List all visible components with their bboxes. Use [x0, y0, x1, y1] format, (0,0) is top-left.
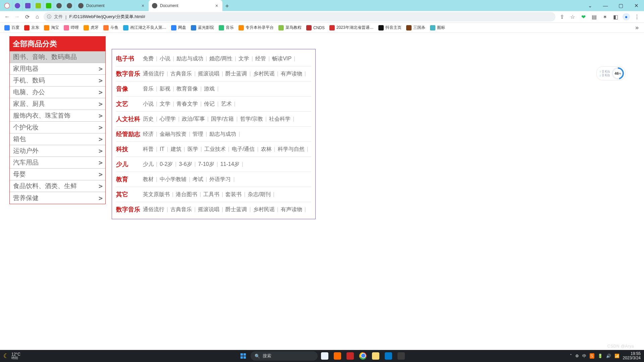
- flyout-link[interactable]: 电子/通信: [232, 146, 255, 153]
- flyout-link[interactable]: 小说: [160, 55, 170, 62]
- flyout-link[interactable]: 艺术: [221, 101, 232, 108]
- flyout-link[interactable]: 国学/古籍: [211, 116, 234, 123]
- bookmark-item[interactable]: 哔哩: [62, 24, 80, 32]
- category-item[interactable]: 图书、音响、数码商品: [10, 51, 105, 63]
- category-item[interactable]: 手机、数码>: [10, 75, 105, 86]
- bookmarks-overflow-icon[interactable]: »: [635, 24, 641, 31]
- flyout-link[interactable]: 少儿: [143, 161, 154, 168]
- flyout-link[interactable]: 历史: [143, 116, 154, 123]
- pinned-tab-7[interactable]: [64, 0, 75, 11]
- menu-icon[interactable]: ⋮: [633, 13, 641, 20]
- category-item[interactable]: 食品饮料、酒类、生鲜>: [10, 180, 105, 192]
- bookmark-item[interactable]: 音乐: [217, 24, 235, 32]
- flyout-link[interactable]: 建筑: [171, 146, 181, 153]
- flyout-link[interactable]: 游戏: [204, 85, 215, 93]
- flyout-link[interactable]: 有声读物: [281, 206, 302, 213]
- bookmark-item[interactable]: 画江湖之不良人第…: [121, 24, 168, 32]
- flyout-link[interactable]: 管理: [193, 131, 203, 138]
- flyout-link[interactable]: 工具书: [203, 191, 219, 198]
- flyout-link[interactable]: 金融与投资: [160, 131, 186, 138]
- category-item[interactable]: 汽车用品>: [10, 157, 105, 169]
- start-button[interactable]: [237, 350, 249, 362]
- category-item[interactable]: 箱包>: [10, 133, 105, 145]
- flyout-link[interactable]: 中小学教辅: [160, 176, 186, 183]
- app-sogou[interactable]: [332, 350, 343, 362]
- bookmark-item[interactable]: 菜鸟教程: [277, 24, 303, 32]
- flyout-link[interactable]: 杂志/期刊: [248, 191, 271, 198]
- minimize-button[interactable]: ―: [598, 0, 613, 11]
- flyout-link[interactable]: 通俗流行: [143, 70, 164, 77]
- flyout-row-title[interactable]: 电子书: [116, 55, 143, 63]
- flyout-link[interactable]: 传记: [204, 101, 215, 108]
- flyout-link[interactable]: 政治/军事: [182, 116, 205, 123]
- close-window-button[interactable]: ✕: [629, 0, 644, 11]
- flyout-row-title[interactable]: 其它: [116, 190, 143, 198]
- volume-icon[interactable]: 🔊: [606, 354, 611, 358]
- bookmark-item[interactable]: 三国杀: [405, 24, 427, 32]
- taskview-button[interactable]: [319, 350, 330, 362]
- flyout-link[interactable]: 教育音像: [176, 85, 198, 93]
- flyout-link[interactable]: 7-10岁: [198, 161, 214, 168]
- flyout-row-title[interactable]: 经管励志: [116, 130, 143, 138]
- flyout-link[interactable]: 经济: [143, 131, 154, 138]
- bookmark-item[interactable]: CNDS: [305, 24, 326, 32]
- flyout-link[interactable]: 青春文学: [176, 101, 198, 108]
- category-item[interactable]: 家用电器>: [10, 63, 105, 75]
- close-icon[interactable]: ×: [141, 3, 145, 8]
- flyout-link[interactable]: 摇滚说唱: [198, 70, 219, 77]
- flyout-row-title[interactable]: 人文社科: [116, 115, 143, 123]
- flyout-link[interactable]: 爵士蓝调: [225, 206, 247, 213]
- tab-document-2[interactable]: Document ×: [149, 0, 222, 11]
- flyout-link[interactable]: 通俗流行: [143, 206, 164, 213]
- category-item[interactable]: 个护化妆>: [10, 122, 105, 133]
- taskbar-search[interactable]: 🔍搜索: [251, 351, 318, 361]
- bookmark-item[interactable]: 图标: [428, 24, 447, 32]
- extension-icon[interactable]: ▤: [590, 13, 598, 20]
- app-vscode[interactable]: [383, 350, 394, 362]
- flyout-link[interactable]: 套装书: [225, 191, 241, 198]
- flyout-link[interactable]: 乡村民谣: [253, 206, 275, 213]
- flyout-link[interactable]: 科学与自然: [278, 146, 305, 153]
- pinned-tab-6[interactable]: [54, 0, 64, 11]
- flyout-link[interactable]: 摇滚说唱: [198, 206, 219, 213]
- flyout-link[interactable]: 古典音乐: [170, 206, 192, 213]
- wifi-icon[interactable]: 📶: [614, 354, 620, 358]
- flyout-link[interactable]: 考试: [193, 176, 203, 183]
- bookmark-item[interactable]: 专升本补录平台: [237, 24, 275, 32]
- app-snipaste[interactable]: [344, 350, 356, 362]
- flyout-link[interactable]: 哲学/宗教: [240, 116, 263, 123]
- flyout-link[interactable]: 3-6岁: [179, 161, 192, 168]
- flyout-link[interactable]: 励志与成功: [176, 55, 203, 62]
- bookmark-item[interactable]: 抖音主页: [377, 24, 403, 32]
- flyout-link[interactable]: 英文原版书: [143, 191, 170, 198]
- flyout-link[interactable]: 社会科学: [269, 116, 290, 123]
- flyout-link[interactable]: 教材: [143, 176, 154, 183]
- home-button[interactable]: ⌂: [34, 13, 41, 20]
- flyout-link[interactable]: 有声读物: [281, 70, 302, 77]
- puzzle-icon[interactable]: ✶: [601, 13, 608, 20]
- tray-overflow-icon[interactable]: ˄: [570, 354, 572, 358]
- bookmark-item[interactable]: 网盘: [169, 24, 188, 32]
- tab-search-button[interactable]: ⌄: [582, 0, 598, 11]
- bookmark-item[interactable]: 虎牙: [82, 24, 100, 32]
- bookmark-item[interactable]: 京东: [22, 24, 41, 32]
- flyout-link[interactable]: 文学: [238, 55, 249, 62]
- category-item[interactable]: 家居、厨具>: [10, 98, 105, 110]
- flyout-row-title[interactable]: 音像: [116, 85, 143, 93]
- flyout-row-title[interactable]: 科技: [116, 145, 143, 153]
- category-item[interactable]: 电脑、办公>: [10, 86, 105, 98]
- flyout-link[interactable]: 影视: [160, 85, 170, 93]
- flyout-link[interactable]: 心理学: [160, 116, 176, 123]
- flyout-link[interactable]: 港台图书: [176, 191, 197, 198]
- tab-document-1[interactable]: Document ×: [75, 0, 149, 11]
- category-item[interactable]: 运动户外>: [10, 145, 105, 157]
- pinned-tab-4[interactable]: [33, 0, 44, 11]
- app-chrome[interactable]: [357, 350, 369, 362]
- flyout-link[interactable]: 医学: [187, 146, 198, 153]
- flyout-link[interactable]: 畅读VIP: [272, 55, 291, 62]
- flyout-link[interactable]: IT: [160, 146, 164, 152]
- ime-indicator[interactable]: 中: [582, 353, 586, 359]
- bookmark-item[interactable]: 斗鱼: [102, 24, 120, 32]
- reload-button[interactable]: ⟳: [23, 13, 31, 20]
- tray-sogou-icon[interactable]: S: [590, 353, 594, 359]
